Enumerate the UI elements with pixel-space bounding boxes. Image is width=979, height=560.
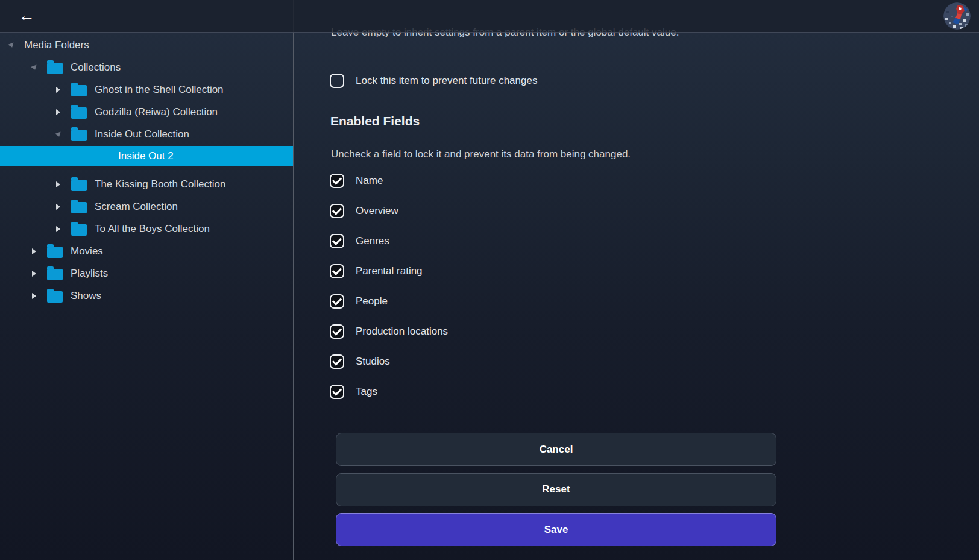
caret-collapsed-icon[interactable] xyxy=(55,225,61,233)
form-buttons: Cancel Reset Save xyxy=(336,433,776,553)
caret-expanded-icon[interactable] xyxy=(8,42,14,49)
tree-item-playlists[interactable]: Playlists xyxy=(0,262,293,285)
tree-item-inside-out-2[interactable]: Inside Out 2 xyxy=(0,146,293,166)
checkbox-people[interactable] xyxy=(330,294,344,309)
caret-collapsed-icon[interactable] xyxy=(55,86,61,93)
tree-item-label: Inside Out Collection xyxy=(95,128,189,140)
field-label: Studios xyxy=(356,356,390,368)
tree-item-media-folders[interactable]: Media Folders xyxy=(0,34,293,56)
caret-expanded-icon[interactable] xyxy=(31,64,37,71)
caret-collapsed-icon[interactable] xyxy=(31,270,37,277)
back-button[interactable]: ← xyxy=(14,4,39,28)
folder-icon xyxy=(47,291,63,303)
tree-item-inside-out-collection[interactable]: Inside Out Collection xyxy=(0,123,293,145)
tree-item-shows[interactable]: Shows xyxy=(0,285,293,307)
folder-icon xyxy=(71,130,87,141)
field-label: Tags xyxy=(356,386,377,398)
field-row-people[interactable]: People xyxy=(330,286,752,316)
field-label: People xyxy=(356,295,388,307)
tree-item-the-kissing-booth-collection[interactable]: The Kissing Booth Collection xyxy=(0,173,293,195)
tree-item-movies[interactable]: Movies xyxy=(0,240,293,262)
checkbox-parental-rating[interactable] xyxy=(330,264,344,278)
checkbox-studios[interactable] xyxy=(330,354,344,369)
media-folders-sidebar: Media FoldersCollectionsGhost in the She… xyxy=(0,0,294,560)
caret-expanded-icon[interactable] xyxy=(55,131,61,138)
tree-item-godzilla-reiwa-collection[interactable]: Godzilla (Reiwa) Collection xyxy=(0,101,293,123)
tree-item-label: Playlists xyxy=(71,268,108,280)
enabled-fields-list: NameOverviewGenresParental ratingPeopleP… xyxy=(330,166,752,407)
field-label: Parental rating xyxy=(356,265,423,277)
tree-item-label: Ghost in the Shell Collection xyxy=(95,84,224,96)
folder-icon xyxy=(71,85,87,96)
save-button[interactable]: Save xyxy=(336,513,776,546)
tree-item-label: Movies xyxy=(71,245,103,257)
field-row-genres[interactable]: Genres xyxy=(330,226,752,256)
field-label: Genres xyxy=(356,235,389,247)
folder-icon xyxy=(47,269,63,280)
field-label: Name xyxy=(356,175,383,187)
metadata-editor-panel: Leave empty to inherit settings from a p… xyxy=(294,0,979,560)
tree-item-label: Scream Collection xyxy=(95,201,178,213)
media-folder-tree: Media FoldersCollectionsGhost in the She… xyxy=(0,34,293,307)
tree-item-label: The Kissing Booth Collection xyxy=(95,178,225,190)
lock-item-row[interactable]: Lock this item to prevent future changes xyxy=(330,74,537,88)
checkbox-name[interactable] xyxy=(330,174,344,188)
tree-item-label: Shows xyxy=(71,290,101,302)
spiderman-avatar-image xyxy=(943,2,971,30)
folder-icon xyxy=(47,63,63,74)
checkbox-overview[interactable] xyxy=(330,204,344,218)
app-top-bar: ← xyxy=(0,0,979,33)
field-row-tags[interactable]: Tags xyxy=(330,377,752,407)
folder-icon xyxy=(71,180,87,191)
tree-item-label: Collections xyxy=(71,61,121,74)
lock-item-checkbox[interactable] xyxy=(330,74,344,88)
tree-item-label: To All the Boys Collection xyxy=(95,223,210,235)
field-row-parental-rating[interactable]: Parental rating xyxy=(330,256,752,286)
tree-item-label: Media Folders xyxy=(24,39,89,51)
folder-icon xyxy=(47,247,63,258)
caret-collapsed-icon[interactable] xyxy=(55,109,61,116)
lock-item-label: Lock this item to prevent future changes xyxy=(356,75,537,87)
checkbox-production-locations[interactable] xyxy=(330,324,344,339)
tree-item-ghost-in-the-shell-collection[interactable]: Ghost in the Shell Collection xyxy=(0,78,293,101)
caret-collapsed-icon[interactable] xyxy=(55,181,61,188)
reset-button[interactable]: Reset xyxy=(336,473,776,506)
field-row-name[interactable]: Name xyxy=(330,166,752,196)
cancel-button[interactable]: Cancel xyxy=(336,433,776,466)
caret-collapsed-icon[interactable] xyxy=(31,292,37,300)
checkbox-genres[interactable] xyxy=(330,234,344,248)
field-row-production-locations[interactable]: Production locations xyxy=(330,316,752,347)
field-label: Production locations xyxy=(356,326,448,338)
user-avatar[interactable] xyxy=(943,2,971,30)
field-label: Overview xyxy=(356,205,398,217)
folder-icon xyxy=(71,224,87,236)
tree-item-label: Inside Out 2 xyxy=(118,150,174,162)
enabled-fields-title: Enabled Fields xyxy=(330,114,420,128)
folder-icon xyxy=(71,107,87,119)
checkbox-tags[interactable] xyxy=(330,385,344,399)
field-row-overview[interactable]: Overview xyxy=(330,196,752,226)
caret-collapsed-icon[interactable] xyxy=(31,248,37,255)
enabled-fields-description: Uncheck a field to lock it and prevent i… xyxy=(331,148,631,160)
field-row-studios[interactable]: Studios xyxy=(330,347,752,377)
caret-collapsed-icon[interactable] xyxy=(55,203,61,210)
tree-item-collections[interactable]: Collections xyxy=(0,56,293,78)
tree-item-scream-collection[interactable]: Scream Collection xyxy=(0,195,293,218)
tree-item-to-all-the-boys-collection[interactable]: To All the Boys Collection xyxy=(0,218,293,240)
folder-icon xyxy=(71,202,87,213)
tree-item-label: Godzilla (Reiwa) Collection xyxy=(95,106,218,118)
